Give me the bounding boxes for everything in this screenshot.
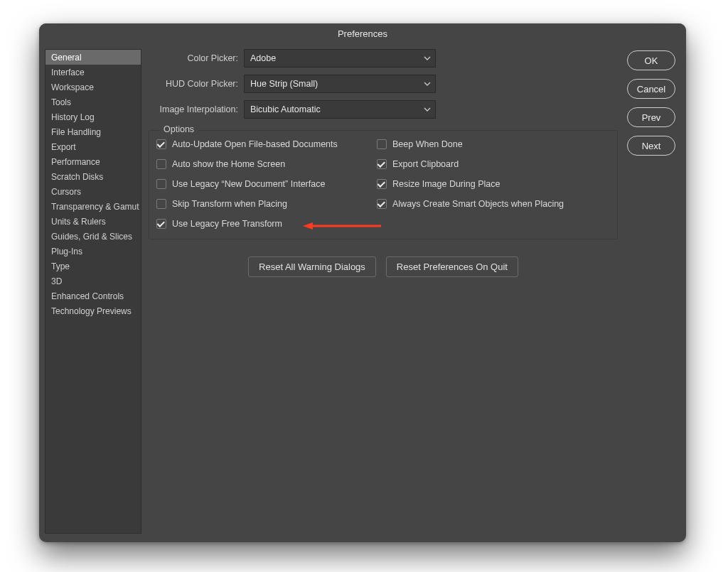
preferences-window: Preferences General Interface Workspace … <box>39 23 686 542</box>
checkbox-export-clipboard[interactable]: Export Clipboard <box>377 159 610 169</box>
dropdown-image-interpolation[interactable]: Bicubic Automatic <box>244 100 436 119</box>
checkbox-always-create-smart-objects[interactable]: Always Create Smart Objects when Placing <box>377 199 610 209</box>
sidebar-item-plug-ins[interactable]: Plug-Ins <box>46 244 141 259</box>
reset-warning-dialogs-button[interactable]: Reset All Warning Dialogs <box>248 257 376 277</box>
chevron-down-icon <box>424 56 431 60</box>
sidebar-item-scratch-disks[interactable]: Scratch Disks <box>46 169 141 184</box>
prev-button[interactable]: Prev <box>627 107 675 127</box>
sidebar-item-performance[interactable]: Performance <box>46 154 141 169</box>
checkbox-label: Skip Transform when Placing <box>172 199 287 209</box>
sidebar-item-3d[interactable]: 3D <box>46 274 141 288</box>
cancel-button[interactable]: Cancel <box>627 79 675 99</box>
checkbox-icon <box>377 179 387 189</box>
dropdown-value: Hue Strip (Small) <box>250 79 318 89</box>
options-grid: Auto-Update Open File-based Documents Be… <box>156 139 610 229</box>
checkbox-icon <box>156 139 166 149</box>
bottom-buttons: Reset All Warning Dialogs Reset Preferen… <box>149 257 618 277</box>
sidebar-item-cursors[interactable]: Cursors <box>46 184 141 199</box>
checkbox-icon <box>377 159 387 169</box>
sidebar-item-history-log[interactable]: History Log <box>46 109 141 124</box>
sidebar: General Interface Workspace Tools Histor… <box>45 49 141 534</box>
right-buttons: OK Cancel Prev Next <box>625 49 678 534</box>
titlebar: Preferences <box>39 23 686 43</box>
label-color-picker: Color Picker: <box>149 53 238 63</box>
dropdown-hud-color-picker[interactable]: Hue Strip (Small) <box>244 75 436 93</box>
checkbox-icon <box>377 199 387 209</box>
empty-cell <box>377 219 610 229</box>
checkbox-beep-when-done[interactable]: Beep When Done <box>377 139 610 149</box>
checkbox-icon <box>156 199 166 209</box>
label-hud-color-picker: HUD Color Picker: <box>149 79 238 89</box>
checkbox-label: Auto-Update Open File-based Documents <box>172 139 338 149</box>
checkbox-auto-show-home[interactable]: Auto show the Home Screen <box>156 159 370 169</box>
window-body: General Interface Workspace Tools Histor… <box>39 43 686 542</box>
chevron-down-icon <box>424 82 431 86</box>
sidebar-item-units-rulers[interactable]: Units & Rulers <box>46 214 141 229</box>
options-legend: Options <box>159 124 198 134</box>
checkbox-label: Auto show the Home Screen <box>172 159 285 169</box>
sidebar-item-interface[interactable]: Interface <box>46 65 141 80</box>
checkbox-legacy-new-document[interactable]: Use Legacy “New Document” Interface <box>156 179 370 189</box>
label-image-interpolation: Image Interpolation: <box>149 104 238 114</box>
options-fieldset: Options Auto-Update Open File-based Docu… <box>149 130 618 239</box>
sidebar-item-file-handling[interactable]: File Handling <box>46 124 141 139</box>
checkbox-resize-image-during-place[interactable]: Resize Image During Place <box>377 179 610 189</box>
checkbox-use-legacy-free-transform[interactable]: Use Legacy Free Transform <box>156 219 370 229</box>
window-title: Preferences <box>338 28 387 39</box>
checkbox-icon <box>156 219 166 229</box>
sidebar-item-tools[interactable]: Tools <box>46 95 141 109</box>
sidebar-item-transparency-gamut[interactable]: Transparency & Gamut <box>46 199 141 214</box>
sidebar-item-workspace[interactable]: Workspace <box>46 80 141 95</box>
annotation-arrow-icon <box>303 221 381 231</box>
ok-button[interactable]: OK <box>627 50 675 70</box>
dropdown-value: Adobe <box>250 53 276 63</box>
row-image-interpolation: Image Interpolation: Bicubic Automatic <box>149 100 618 119</box>
sidebar-item-technology-previews[interactable]: Technology Previews <box>46 303 141 318</box>
reset-preferences-on-quit-button[interactable]: Reset Preferences On Quit <box>386 257 518 277</box>
sidebar-item-export[interactable]: Export <box>46 139 141 154</box>
sidebar-item-enhanced-controls[interactable]: Enhanced Controls <box>46 288 141 303</box>
checkbox-label: Use Legacy Free Transform <box>172 219 282 229</box>
checkbox-label: Always Create Smart Objects when Placing <box>392 199 564 209</box>
next-button[interactable]: Next <box>627 136 675 156</box>
checkbox-label: Beep When Done <box>392 139 463 149</box>
checkbox-skip-transform-when-placing[interactable]: Skip Transform when Placing <box>156 199 370 209</box>
dropdown-color-picker[interactable]: Adobe <box>244 49 436 68</box>
sidebar-item-guides-grid-slices[interactable]: Guides, Grid & Slices <box>46 229 141 244</box>
checkbox-auto-update-documents[interactable]: Auto-Update Open File-based Documents <box>156 139 370 149</box>
checkbox-icon <box>377 139 387 149</box>
row-color-picker: Color Picker: Adobe <box>149 49 618 68</box>
chevron-down-icon <box>424 107 431 112</box>
checkbox-label: Resize Image During Place <box>392 179 500 189</box>
checkbox-icon <box>156 159 166 169</box>
svg-marker-1 <box>303 222 313 230</box>
row-hud-color-picker: HUD Color Picker: Hue Strip (Small) <box>149 75 618 93</box>
sidebar-item-general[interactable]: General <box>46 50 141 65</box>
checkbox-label: Use Legacy “New Document” Interface <box>172 179 325 189</box>
sidebar-item-type[interactable]: Type <box>46 259 141 274</box>
dropdown-value: Bicubic Automatic <box>250 104 321 114</box>
checkbox-label: Export Clipboard <box>392 159 459 169</box>
main-panel: Color Picker: Adobe HUD Color Picker: Hu… <box>149 49 618 534</box>
checkbox-icon <box>156 179 166 189</box>
